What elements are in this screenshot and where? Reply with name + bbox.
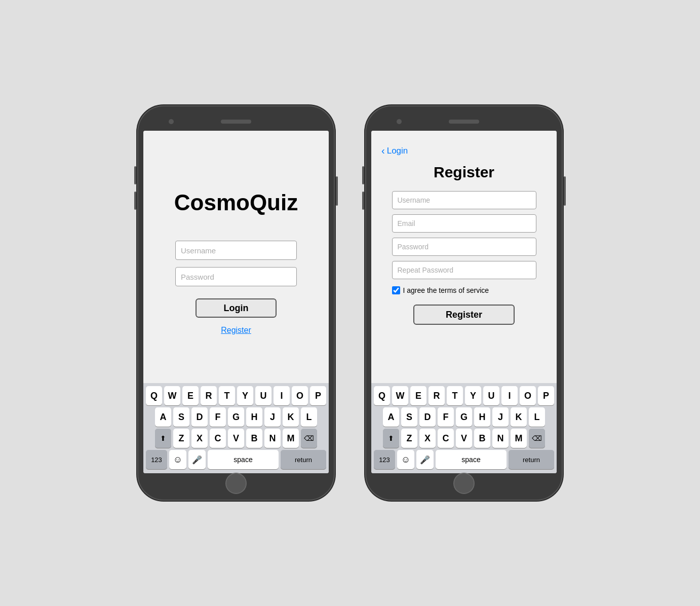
key-r[interactable]: R [201, 386, 217, 405]
key-a[interactable]: A [155, 407, 171, 427]
register-link[interactable]: Register [221, 326, 251, 335]
right-key-e[interactable]: E [410, 386, 426, 405]
phone-top-bar [143, 112, 329, 131]
right-power-button [564, 176, 566, 206]
right-key-r[interactable]: R [429, 386, 445, 405]
key-z[interactable]: Z [173, 429, 189, 448]
key-q[interactable]: Q [146, 386, 162, 405]
left-side-buttons [134, 166, 136, 210]
right-key-b[interactable]: B [474, 429, 490, 448]
right-key-z[interactable]: Z [401, 429, 417, 448]
right-key-u[interactable]: U [483, 386, 499, 405]
key-v[interactable]: V [228, 429, 244, 448]
login-button[interactable]: Login [196, 298, 277, 318]
right-key-q[interactable]: Q [374, 386, 390, 405]
app-title: CosmoQuiz [174, 190, 298, 215]
right-keyboard-row-2: A S D F G H J K L [373, 407, 555, 427]
right-key-p[interactable]: P [538, 386, 554, 405]
right-keyboard-row-4: 123 ☺ 🎤 space return [373, 450, 555, 469]
earpiece-speaker [221, 120, 251, 124]
right-key-d[interactable]: D [419, 407, 436, 427]
space-key[interactable]: space [208, 450, 279, 469]
right-key-k[interactable]: K [511, 407, 527, 427]
delete-key[interactable]: ⌫ [301, 429, 317, 448]
right-home-button[interactable] [453, 473, 475, 494]
right-key-h[interactable]: H [474, 407, 490, 427]
key-d[interactable]: D [191, 407, 208, 427]
key-k[interactable]: K [283, 407, 299, 427]
right-delete-key[interactable]: ⌫ [529, 429, 545, 448]
right-key-i[interactable]: I [501, 386, 518, 405]
volume-down-button [134, 192, 136, 210]
right-emoji-key[interactable]: ☺ [397, 450, 414, 469]
right-key-a[interactable]: A [383, 407, 399, 427]
key-e[interactable]: E [182, 386, 199, 405]
key-h[interactable]: H [246, 407, 262, 427]
key-x[interactable]: X [191, 429, 208, 448]
return-key[interactable]: return [281, 450, 326, 469]
right-space-key[interactable]: space [436, 450, 507, 469]
login-screen-content: CosmoQuiz Login Register Q W E R T Y [143, 137, 329, 473]
right-key-m[interactable]: M [511, 429, 527, 448]
right-front-camera [397, 119, 402, 124]
key-p[interactable]: P [310, 386, 326, 405]
right-key-y[interactable]: Y [465, 386, 481, 405]
right-key-x[interactable]: X [419, 429, 436, 448]
key-f[interactable]: F [210, 407, 226, 427]
back-to-login[interactable]: ‹ Login [381, 145, 547, 157]
right-mic-key[interactable]: 🎤 [416, 450, 434, 469]
key-l[interactable]: L [301, 407, 317, 427]
register-email-input[interactable] [392, 214, 536, 233]
right-phone-top-bar [371, 112, 557, 131]
register-password-input[interactable] [392, 238, 536, 256]
right-key-t[interactable]: T [447, 386, 463, 405]
right-key-j[interactable]: J [492, 407, 509, 427]
numbers-key[interactable]: 123 [146, 450, 167, 469]
key-b[interactable]: B [246, 429, 262, 448]
key-m[interactable]: M [283, 429, 299, 448]
right-phone-left-buttons [362, 166, 364, 210]
login-username-input[interactable] [175, 241, 297, 260]
right-shift-key[interactable]: ⬆ [383, 429, 399, 448]
right-key-o[interactable]: O [520, 386, 536, 405]
register-repeat-password-input[interactable] [392, 261, 536, 279]
shift-key[interactable]: ⬆ [155, 429, 171, 448]
power-button [336, 176, 338, 206]
register-button[interactable]: Register [413, 305, 515, 325]
right-status-bar [371, 131, 557, 137]
key-c[interactable]: C [210, 429, 226, 448]
key-u[interactable]: U [255, 386, 271, 405]
register-screen: ‹ Login Register I agree the terms of se… [371, 137, 557, 383]
key-n[interactable]: N [264, 429, 281, 448]
key-o[interactable]: O [292, 386, 308, 405]
right-volume-up-button [362, 166, 364, 184]
terms-checkbox[interactable] [392, 286, 400, 294]
right-return-key[interactable]: return [509, 450, 554, 469]
right-key-f[interactable]: F [438, 407, 454, 427]
key-i[interactable]: I [274, 386, 290, 405]
key-j[interactable]: J [264, 407, 281, 427]
right-keyboard-row-3: ⬆ Z X C V B N M ⌫ [373, 429, 555, 448]
key-s[interactable]: S [173, 407, 189, 427]
volume-up-button [134, 166, 136, 184]
emoji-key[interactable]: ☺ [169, 450, 186, 469]
right-key-l[interactable]: L [529, 407, 545, 427]
home-button[interactable] [225, 473, 247, 494]
mic-key[interactable]: 🎤 [188, 450, 206, 469]
chevron-left-icon: ‹ [381, 145, 385, 157]
register-username-input[interactable] [392, 191, 536, 209]
right-numbers-key[interactable]: 123 [374, 450, 395, 469]
right-key-c[interactable]: C [438, 429, 454, 448]
login-password-input[interactable] [175, 267, 297, 286]
key-g[interactable]: G [228, 407, 244, 427]
back-label: Login [387, 146, 408, 156]
right-key-g[interactable]: G [456, 407, 472, 427]
key-w[interactable]: W [164, 386, 180, 405]
right-key-n[interactable]: N [492, 429, 509, 448]
right-key-w[interactable]: W [392, 386, 408, 405]
right-key-v[interactable]: V [456, 429, 472, 448]
key-t[interactable]: T [219, 386, 235, 405]
key-y[interactable]: Y [237, 386, 253, 405]
right-volume-down-button [362, 192, 364, 210]
right-key-s[interactable]: S [401, 407, 417, 427]
